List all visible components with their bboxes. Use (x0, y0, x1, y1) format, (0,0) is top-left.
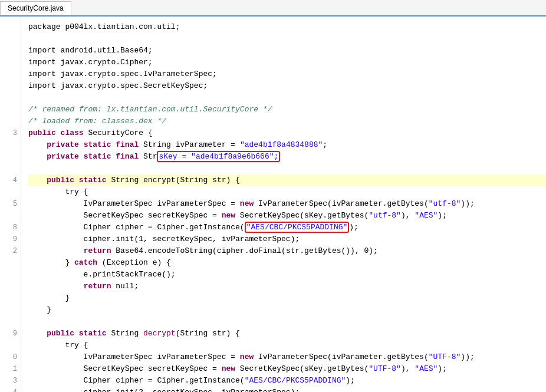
code-line: public static String encrypt(String str)… (28, 174, 546, 186)
code-line (28, 163, 546, 174)
code-line: try { (28, 186, 546, 198)
tab-bar: SecurityCore.java (0, 0, 546, 17)
code-line: package p004lx.tiantian.com.util; (28, 21, 546, 33)
line-number: 2 (5, 245, 17, 257)
line-number (5, 45, 17, 57)
line-number: 3 (5, 375, 17, 387)
code-line: } catch (Exception e) { (28, 257, 546, 269)
line-number: 0 (5, 351, 17, 363)
code-line: IvParameterSpec ivParameterSpec = new Iv… (28, 198, 546, 210)
line-number (5, 151, 17, 163)
code-line: public static String decrypt(String str)… (28, 328, 546, 340)
line-number (5, 304, 17, 316)
line-number (5, 281, 17, 292)
code-line: return null; (28, 281, 546, 292)
line-number (5, 80, 17, 92)
line-number: 9 (5, 328, 17, 340)
code-line: private static final StrsKey = "ade4b1f8… (28, 151, 546, 163)
code-line: private static final String ivParameter … (28, 139, 546, 151)
line-number (5, 257, 17, 269)
code-line: SecretKeySpec secretKeySpec = new Secret… (28, 210, 546, 222)
line-number: 5 (5, 198, 17, 210)
code-line: /* loaded from: classes.dex */ (28, 116, 546, 127)
code-line: return Base64.encodeToString(cipher.doFi… (28, 245, 546, 257)
line-number (5, 163, 17, 174)
line-number (5, 21, 17, 33)
code-line: IvParameterSpec ivParameterSpec = new Iv… (28, 351, 546, 363)
line-number: 3 (5, 127, 17, 139)
code-line: e.printStackTrace(); (28, 269, 546, 281)
line-number (5, 340, 17, 351)
line-number (5, 104, 17, 116)
active-tab[interactable]: SecurityCore.java (0, 1, 71, 15)
code-container: 3458929013479 package p004lx.tiantian.co… (0, 17, 546, 392)
line-number (5, 186, 17, 198)
code-content: package p004lx.tiantian.com.util;import … (21, 17, 546, 392)
line-number (5, 210, 17, 222)
code-line: cipher.init(2, secretKeySpec, ivParamete… (28, 387, 546, 392)
line-number (5, 68, 17, 80)
code-line (28, 92, 546, 104)
line-number (5, 92, 17, 104)
line-number (5, 292, 17, 304)
line-number (5, 269, 17, 281)
code-line: Cipher cipher = Cipher.getInstance("AES/… (28, 375, 546, 387)
code-line: /* renamed from: lx.tiantian.com.util.Se… (28, 104, 546, 116)
code-line (28, 316, 546, 328)
line-number: 8 (5, 222, 17, 233)
line-number: 9 (5, 233, 17, 245)
line-number (5, 33, 17, 45)
code-line: SecretKeySpec secretKeySpec = new Secret… (28, 363, 546, 375)
code-line (28, 33, 546, 45)
code-line: cipher.init(1, secretKeySpec, ivParamete… (28, 233, 546, 245)
line-numbers: 3458929013479 (0, 17, 21, 392)
line-number (5, 316, 17, 328)
line-number (5, 116, 17, 127)
code-line: public class SecurityCore { (28, 127, 546, 139)
line-number (5, 57, 17, 68)
line-number (5, 139, 17, 151)
code-line: } (28, 304, 546, 316)
code-line: import javax.crypto.Cipher; (28, 57, 546, 68)
code-line: import javax.crypto.spec.SecretKeySpec; (28, 80, 546, 92)
line-number: 4 (5, 387, 17, 392)
code-line: import android.util.Base64; (28, 45, 546, 57)
code-line: try { (28, 340, 546, 351)
code-line: Cipher cipher = Cipher.getInstance("AES/… (28, 222, 546, 233)
line-number: 4 (5, 174, 17, 186)
code-line: import javax.crypto.spec.IvParameterSpec… (28, 68, 546, 80)
line-number: 1 (5, 363, 17, 375)
code-line: } (28, 292, 546, 304)
